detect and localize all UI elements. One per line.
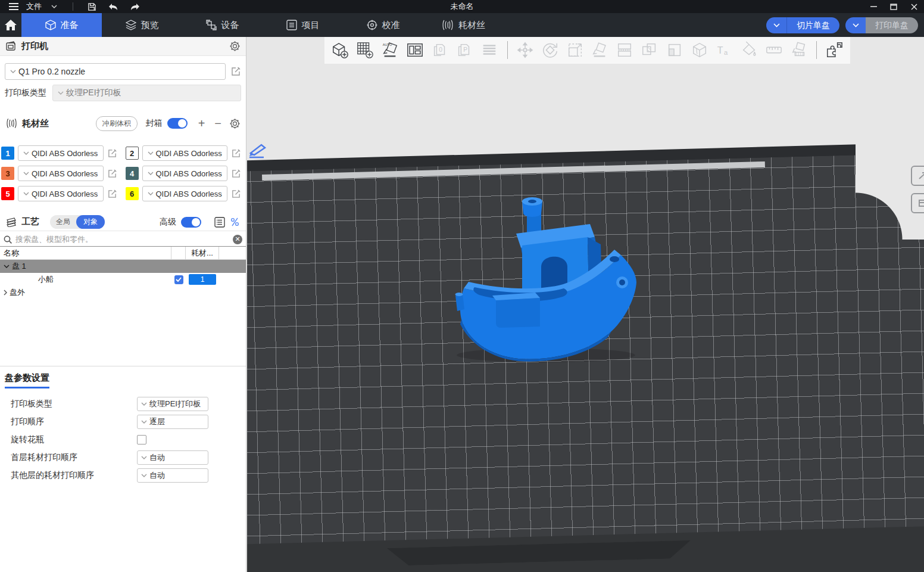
cut-button[interactable] xyxy=(615,40,635,60)
file-menu-chevron-icon[interactable] xyxy=(45,1,63,13)
object-row-boat[interactable]: 小船 1 xyxy=(0,273,246,286)
menu-burger-icon[interactable] xyxy=(5,1,23,13)
print-sequence-select[interactable]: 逐层 xyxy=(137,415,208,429)
filament-color-badge[interactable]: 1 xyxy=(1,147,14,160)
layers-button[interactable] xyxy=(480,40,500,60)
scope-objects[interactable]: 对象 xyxy=(76,215,105,229)
filament-color-badge[interactable]: 2 xyxy=(126,147,139,160)
seam-painting-button[interactable] xyxy=(689,40,709,60)
process-section-header: 工艺 全局 对象 高级 xyxy=(0,213,246,231)
move-button[interactable] xyxy=(516,40,535,60)
collapse-chevron-icon[interactable] xyxy=(4,265,10,268)
slice-dropdown-chevron-icon[interactable] xyxy=(766,17,786,33)
filament-edit-icon[interactable] xyxy=(231,148,241,158)
close-button[interactable] xyxy=(904,0,924,13)
viewport-3d[interactable]: AUTO 0 P xyxy=(247,37,924,572)
filament-edit-icon[interactable] xyxy=(107,189,117,199)
print-plate-button[interactable]: 打印单盘 xyxy=(845,17,918,33)
model-benchy-boat[interactable] xyxy=(446,178,648,362)
object-filament-chip[interactable]: 1 xyxy=(189,274,216,285)
undo-button[interactable] xyxy=(104,1,122,13)
filament-select[interactable]: QIDI ABS Odorless xyxy=(18,166,104,181)
text-tool-button[interactable]: Ta xyxy=(714,40,734,60)
filament-list: 1 QIDI ABS Odorless 2 QIDI ABS Odorless … xyxy=(1,145,241,201)
tab-prepare[interactable]: 准备 xyxy=(21,13,102,37)
support-paint-button[interactable] xyxy=(789,40,808,60)
filament-select[interactable]: QIDI ABS Odorless xyxy=(18,145,104,161)
tab-device[interactable]: 设备 xyxy=(182,13,263,37)
tab-preview[interactable]: 预览 xyxy=(102,13,182,37)
save-button[interactable] xyxy=(83,1,101,13)
auto-orient-button[interactable]: AUTO xyxy=(380,40,400,60)
file-menu[interactable]: 文件 xyxy=(26,1,42,12)
filament-select[interactable]: QIDI ABS Odorless xyxy=(142,166,228,181)
filament-select[interactable]: QIDI ABS Odorless xyxy=(142,145,228,161)
plate-type-select[interactable]: 纹理PEI打印板 xyxy=(52,85,241,101)
add-model-button[interactable] xyxy=(330,40,350,60)
filament-slot-1: 1 QIDI ABS Odorless xyxy=(1,145,117,161)
object-list-view-icon[interactable] xyxy=(214,217,225,228)
plate-row[interactable]: 盘 1 xyxy=(0,260,246,273)
seal-box-toggle[interactable] xyxy=(167,118,188,129)
clipped-side-tool-icon-2[interactable] xyxy=(911,193,924,213)
print-dropdown-chevron-icon[interactable] xyxy=(845,17,866,33)
minimize-button[interactable] xyxy=(863,0,884,13)
add-filament-button[interactable]: + xyxy=(196,117,208,129)
setting-row-first-layer-order: 首层耗材打印顺序 自动 xyxy=(5,450,246,465)
toolbar-separator xyxy=(507,41,508,59)
filament-color-badge[interactable]: 3 xyxy=(1,167,14,180)
printer-edit-icon[interactable] xyxy=(230,66,241,77)
add-plate-button[interactable] xyxy=(355,40,375,60)
param-filter-icon[interactable] xyxy=(230,217,240,227)
first-layer-order-select[interactable]: 自动 xyxy=(137,450,208,465)
scope-global[interactable]: 全局 xyxy=(50,215,76,229)
spiral-vase-checkbox[interactable] xyxy=(137,435,146,444)
arrange-button[interactable] xyxy=(405,40,424,60)
filament-color-badge[interactable]: 6 xyxy=(126,187,139,200)
measure-button[interactable] xyxy=(764,40,784,60)
tab-filament[interactable]: 耗材丝 xyxy=(423,13,504,37)
advanced-toggle[interactable] xyxy=(181,217,201,228)
object-visible-checkbox[interactable] xyxy=(174,275,183,284)
remove-filament-button[interactable]: − xyxy=(212,117,224,129)
paste-button[interactable]: P xyxy=(455,40,475,60)
color-paint-button[interactable] xyxy=(739,40,759,60)
printer-select[interactable]: Q1 Pro 0.2 nozzle xyxy=(5,63,226,80)
other-layer-order-select[interactable]: 自动 xyxy=(137,468,208,483)
printer-settings-gear-icon[interactable] xyxy=(230,41,240,51)
plate-type-setting-select[interactable]: 纹理PEI打印板 xyxy=(137,397,208,411)
outside-plate-row[interactable]: 盘外 xyxy=(0,286,246,299)
column-filament: 耗材... xyxy=(186,247,219,259)
tab-project[interactable]: 项目 xyxy=(263,13,343,37)
plate-edit-pencil-icon[interactable] xyxy=(247,142,267,160)
slice-plate-button[interactable]: 切片单盘 xyxy=(766,17,839,33)
filament-edit-icon[interactable] xyxy=(231,189,241,199)
process-section-title: 工艺 xyxy=(21,216,39,228)
filament-color-badge[interactable]: 4 xyxy=(126,167,139,180)
rotate-button[interactable] xyxy=(540,40,560,60)
copy-button[interactable]: 0 xyxy=(430,40,449,60)
expand-chevron-icon[interactable] xyxy=(4,290,7,296)
maximize-button[interactable] xyxy=(884,0,904,13)
svg-text:AUTO: AUTO xyxy=(383,43,392,46)
search-input[interactable] xyxy=(15,235,229,244)
tab-calibration[interactable]: 校准 xyxy=(343,13,423,37)
split-to-parts-button[interactable] xyxy=(664,40,684,60)
lay-on-face-button[interactable] xyxy=(590,40,610,60)
printer-section-header: 打印机 xyxy=(0,37,246,56)
scale-button[interactable] xyxy=(565,40,585,60)
assembly-view-button[interactable] xyxy=(825,40,844,60)
search-clear-icon[interactable]: ✕ xyxy=(233,235,242,244)
filament-color-badge[interactable]: 5 xyxy=(1,187,14,200)
filament-select[interactable]: QIDI ABS Odorless xyxy=(18,186,104,201)
redo-button[interactable] xyxy=(126,1,143,13)
filament-edit-icon[interactable] xyxy=(231,169,241,179)
filament-select[interactable]: QIDI ABS Odorless xyxy=(142,186,228,201)
filament-edit-icon[interactable] xyxy=(107,148,117,158)
flush-volume-button[interactable]: 冲刷体积 xyxy=(96,116,138,131)
split-to-objects-button[interactable] xyxy=(640,40,660,60)
filament-edit-icon[interactable] xyxy=(107,169,117,179)
filament-settings-gear-icon[interactable] xyxy=(230,119,240,129)
home-button[interactable] xyxy=(0,13,21,37)
clipped-side-tool-icon[interactable] xyxy=(911,166,924,186)
